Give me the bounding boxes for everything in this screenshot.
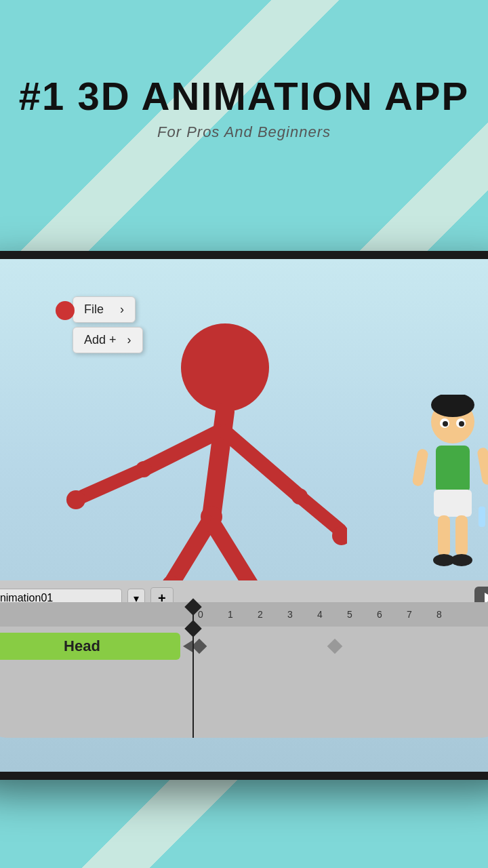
3d-character — [399, 395, 488, 598]
frame-number-6: 6 — [365, 609, 394, 620]
svg-line-3 — [83, 469, 144, 496]
add-menu-label: Add + — [84, 333, 117, 347]
head-track-label[interactable]: Head — [0, 633, 180, 660]
frame-number-3: 3 — [275, 609, 305, 620]
svg-point-16 — [291, 488, 308, 505]
svg-rect-28 — [455, 515, 468, 556]
svg-line-5 — [225, 432, 300, 496]
svg-rect-33 — [479, 507, 485, 527]
svg-rect-26 — [434, 490, 472, 517]
menu-toggle-dot[interactable] — [56, 301, 75, 320]
svg-line-2 — [144, 432, 218, 469]
file-menu-arrow: › — [120, 302, 124, 317]
file-menu-label: File — [84, 302, 104, 317]
keyframe-start[interactable] — [192, 639, 207, 654]
svg-rect-25 — [436, 446, 470, 493]
svg-rect-27 — [438, 515, 450, 556]
frame-number-1: 1 — [216, 609, 245, 620]
svg-point-24 — [459, 421, 464, 427]
keyframe-end[interactable] — [327, 639, 343, 654]
frame-number-7: 7 — [394, 609, 424, 620]
head-track-timeline[interactable] — [180, 633, 488, 660]
svg-line-9 — [171, 524, 208, 585]
hero-section: #1 3D ANIMATION APP For Pros And Beginne… — [0, 75, 488, 141]
add-menu-arrow: › — [127, 333, 131, 347]
hero-subtitle: For Pros And Beginners — [0, 123, 488, 141]
frame-number-4: 4 — [305, 609, 335, 620]
frame-number-8: 8 — [424, 609, 454, 620]
add-menu[interactable]: Add + › — [73, 327, 143, 353]
device-frame: File › Add + › — [0, 251, 488, 780]
svg-point-15 — [136, 461, 152, 477]
svg-point-4 — [66, 490, 85, 509]
playhead[interactable] — [192, 602, 194, 738]
frame-number-5: 5 — [335, 609, 365, 620]
head-track-row: Head — [0, 629, 488, 663]
file-menu[interactable]: File › — [73, 296, 136, 323]
svg-rect-31 — [411, 448, 428, 487]
svg-rect-32 — [476, 447, 488, 486]
timeline-numbers-row: 0 1 2 3 4 5 6 7 8 — [0, 602, 488, 627]
hero-title: #1 3D ANIMATION APP — [0, 75, 488, 118]
svg-point-23 — [443, 421, 448, 427]
svg-point-30 — [451, 554, 472, 566]
device-screen: File › Add + › — [0, 259, 488, 772]
timeline-panel: 0 1 2 3 4 5 6 7 8 Head — [0, 602, 488, 738]
frame-number-2: 2 — [245, 609, 275, 620]
svg-point-0 — [181, 323, 269, 412]
